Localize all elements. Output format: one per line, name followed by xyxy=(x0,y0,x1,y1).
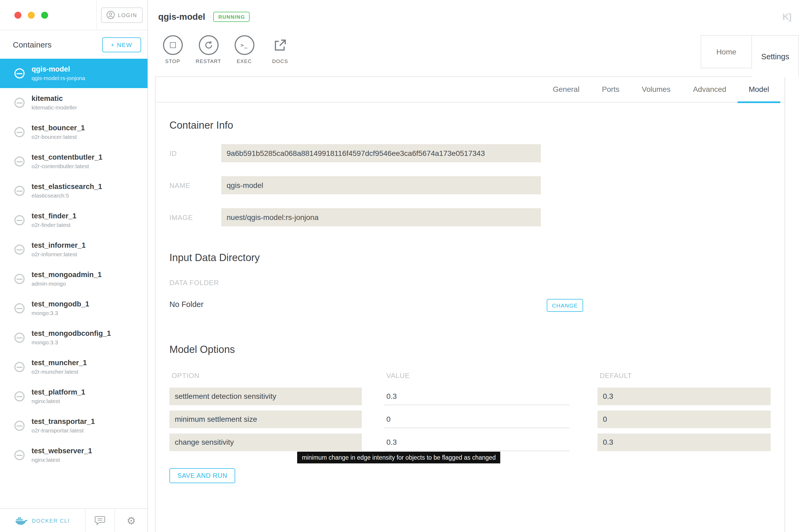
container-id-field[interactable]: 9a6b591b5285ca068a88149918116f4597dcf954… xyxy=(221,144,541,162)
login-button[interactable]: LOGIN xyxy=(101,7,143,23)
container-item-test-mongodbconfig[interactable]: test_mongodbconfig_1 mongo:3.3 xyxy=(0,323,147,353)
new-container-button[interactable]: + NEW xyxy=(102,37,141,52)
tab-home[interactable]: Home xyxy=(701,35,752,68)
container-item-qgis-model[interactable]: qgis-model qgis-model:rs-jonjona xyxy=(0,59,147,88)
containers-header: Containers + NEW xyxy=(0,31,147,59)
close-window-button[interactable] xyxy=(14,12,21,18)
container-item-test-contentbutler[interactable]: test_contentbutler_1 o2r-contentbutler:l… xyxy=(0,147,147,176)
option-name: change sensitivity xyxy=(169,434,362,451)
maximize-window-button[interactable] xyxy=(41,12,48,18)
option-column-header: OPTION xyxy=(169,372,362,381)
toolbar-row: STOP RESTART >_ EXEC xyxy=(148,31,799,76)
option-value-input[interactable] xyxy=(384,387,570,405)
container-name-field[interactable]: qgis-model xyxy=(221,176,541,194)
docs-button[interactable]: DOCS xyxy=(265,35,295,64)
container-item-test-transportar[interactable]: test_transportar_1 o2r-transportar:lates… xyxy=(0,411,147,440)
exec-icon: >_ xyxy=(234,35,254,55)
option-default-value: 0.3 xyxy=(598,387,771,405)
container-state-icon xyxy=(14,362,24,372)
settings-tab-general[interactable]: General xyxy=(542,77,591,103)
input-data-heading: Input Data Directory xyxy=(169,252,771,265)
container-image: o2r-informer:latest xyxy=(32,251,86,258)
container-item-test-informer[interactable]: test_informer_1 o2r-informer:latest xyxy=(0,235,147,264)
option-row-change-sensitivity: change sensitivity 0.3 xyxy=(169,434,771,451)
status-badge: RUNNING xyxy=(214,12,250,22)
data-folder-value: No Folder xyxy=(169,300,203,308)
container-state-icon xyxy=(14,450,24,460)
container-state-icon xyxy=(14,156,24,167)
container-name: test_transportar_1 xyxy=(32,417,95,426)
external-link-icon xyxy=(270,35,290,55)
container-state-icon xyxy=(14,274,24,284)
container-name: test_webserver_1 xyxy=(32,447,92,455)
container-name: test_finder_1 xyxy=(32,212,76,221)
container-image: mongo:3.3 xyxy=(32,339,111,346)
container-item-test-mongodb[interactable]: test_mongodb_1 mongo:3.3 xyxy=(0,293,147,323)
settings-panel: General Ports Volumes Advanced Model Con… xyxy=(155,76,785,532)
value-column-header: VALUE xyxy=(384,372,570,381)
container-info-heading: Container Info xyxy=(169,119,771,132)
container-id-row: ID 9a6b591b5285ca068a88149918116f4597dcf… xyxy=(169,144,771,162)
container-state-icon xyxy=(14,421,24,431)
feedback-button[interactable] xyxy=(86,509,115,532)
minimize-window-button[interactable] xyxy=(28,12,35,18)
option-row-settlement-detection-sensitivity: settlement detection sensitivity 0.3 xyxy=(169,387,771,405)
exec-button[interactable]: >_ EXEC xyxy=(229,35,260,64)
container-image: o2r-transportar:latest xyxy=(32,427,95,434)
tab-settings[interactable]: Settings xyxy=(752,35,799,77)
container-image: o2r-muncher:latest xyxy=(32,368,87,375)
container-item-test-bouncer[interactable]: test_bouncer_1 o2r-bouncer:latest xyxy=(0,117,147,147)
option-value-input[interactable] xyxy=(384,434,570,451)
default-column-header: DEFAULT xyxy=(598,372,771,381)
container-name: qgis-model xyxy=(32,65,85,74)
settings-tab-model[interactable]: Model xyxy=(738,77,780,103)
option-tooltip: minimum change in edge intensity for obj… xyxy=(297,452,501,463)
settings-tab-ports[interactable]: Ports xyxy=(591,77,630,103)
container-image: o2r-bouncer:latest xyxy=(32,133,85,140)
login-label: LOGIN xyxy=(118,12,137,18)
model-options-heading: Model Options xyxy=(169,344,771,357)
container-item-test-webserver[interactable]: test_webserver_1 nginx:latest xyxy=(0,440,147,470)
container-list: qgis-model qgis-model:rs-jonjona kitemat… xyxy=(0,59,147,508)
settings-panel-body: Container Info ID 9a6b591b5285ca068a8814… xyxy=(156,119,785,483)
container-name: test_bouncer_1 xyxy=(32,124,85,132)
container-item-kitematic[interactable]: kitematic kitematic-modeller xyxy=(0,88,147,117)
main-area: qgis-model RUNNING K] STOP RESTART xyxy=(148,0,799,532)
container-state-icon xyxy=(14,332,24,343)
container-image: elasticsearch:5 xyxy=(32,192,102,199)
docker-cli-button[interactable]: DOCKER CLI xyxy=(0,509,86,532)
option-value-input[interactable] xyxy=(384,411,570,428)
window-controls xyxy=(0,0,97,30)
container-name: test_contentbutler_1 xyxy=(32,153,103,162)
kitematic-window: LOGIN Containers + NEW qgis-model qgis-m… xyxy=(0,0,799,532)
container-image-field[interactable]: nuest/qgis-model:rs-jonjona xyxy=(221,208,541,226)
settings-tab-volumes[interactable]: Volumes xyxy=(631,77,682,103)
stop-button[interactable]: STOP xyxy=(157,35,188,64)
image-label: IMAGE xyxy=(169,213,221,221)
container-item-test-platform[interactable]: test_platform_1 nginx:latest xyxy=(0,382,147,411)
gear-icon: ⚙ xyxy=(127,514,136,527)
container-state-icon xyxy=(14,186,24,196)
container-name: test_elasticsearch_1 xyxy=(32,183,102,191)
restart-button[interactable]: RESTART xyxy=(193,35,224,64)
user-icon xyxy=(107,11,115,19)
container-name: test_mongodbconfig_1 xyxy=(32,329,111,338)
container-item-test-finder[interactable]: test_finder_1 o2r-finder:latest xyxy=(0,206,147,235)
preferences-button[interactable]: ⚙ xyxy=(115,509,147,532)
save-and-run-button[interactable]: SAVE AND RUN xyxy=(169,468,235,483)
change-folder-button[interactable]: CHANGE xyxy=(547,299,583,312)
container-name: test_mongodb_1 xyxy=(32,300,89,308)
sidebar: LOGIN Containers + NEW qgis-model qgis-m… xyxy=(0,0,148,532)
container-item-test-mongoadmin[interactable]: test_mongoadmin_1 admin-mongo xyxy=(0,264,147,293)
settings-tab-bar: General Ports Volumes Advanced Model xyxy=(156,77,785,102)
container-image: qgis-model:rs-jonjona xyxy=(32,75,85,82)
container-state-icon xyxy=(14,391,24,401)
main-header: qgis-model RUNNING K] xyxy=(148,0,799,31)
container-item-test-elasticsearch[interactable]: test_elasticsearch_1 elasticsearch:5 xyxy=(0,176,147,206)
container-name: kitematic xyxy=(32,95,77,103)
settings-tab-advanced[interactable]: Advanced xyxy=(682,77,738,103)
container-state-icon xyxy=(14,98,24,108)
container-item-test-muncher[interactable]: test_muncher_1 o2r-muncher:latest xyxy=(0,353,147,382)
container-name: test_platform_1 xyxy=(32,388,85,397)
option-default-value: 0 xyxy=(598,411,771,428)
